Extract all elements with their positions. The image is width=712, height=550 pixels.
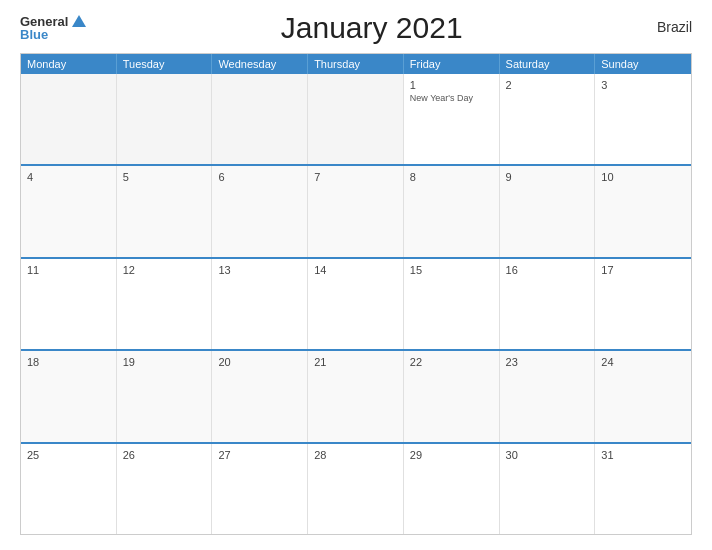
calendar-cell: 28 <box>308 444 404 534</box>
day-number: 31 <box>601 449 685 461</box>
header-day-tuesday: Tuesday <box>117 54 213 74</box>
calendar-cell: 10 <box>595 166 691 256</box>
day-number: 9 <box>506 171 589 183</box>
day-number: 8 <box>410 171 493 183</box>
logo-triangle-icon <box>72 15 86 27</box>
calendar-body: 1New Year's Day2345678910111213141516171… <box>21 74 691 534</box>
calendar-cell: 2 <box>500 74 596 164</box>
calendar-cell: 25 <box>21 444 117 534</box>
calendar-cell: 13 <box>212 259 308 349</box>
calendar-cell: 24 <box>595 351 691 441</box>
header-day-monday: Monday <box>21 54 117 74</box>
day-number: 7 <box>314 171 397 183</box>
header-day-thursday: Thursday <box>308 54 404 74</box>
header-day-sunday: Sunday <box>595 54 691 74</box>
day-number: 15 <box>410 264 493 276</box>
day-number: 4 <box>27 171 110 183</box>
calendar-header: MondayTuesdayWednesdayThursdayFridaySatu… <box>21 54 691 74</box>
day-number: 12 <box>123 264 206 276</box>
day-number: 2 <box>506 79 589 91</box>
calendar-page: General Blue January 2021 Brazil MondayT… <box>0 0 712 550</box>
page-header: General Blue January 2021 Brazil <box>20 15 692 45</box>
calendar-cell: 16 <box>500 259 596 349</box>
header-day-friday: Friday <box>404 54 500 74</box>
day-number: 16 <box>506 264 589 276</box>
country-label: Brazil <box>657 19 692 35</box>
calendar-cell: 3 <box>595 74 691 164</box>
day-number: 19 <box>123 356 206 368</box>
calendar-week-1: 1New Year's Day23 <box>21 74 691 164</box>
day-number: 1 <box>410 79 493 91</box>
calendar-cell: 6 <box>212 166 308 256</box>
day-number: 25 <box>27 449 110 461</box>
calendar-cell <box>117 74 213 164</box>
calendar-cell: 29 <box>404 444 500 534</box>
day-number: 14 <box>314 264 397 276</box>
calendar-cell: 21 <box>308 351 404 441</box>
day-number: 23 <box>506 356 589 368</box>
calendar-week-4: 18192021222324 <box>21 349 691 441</box>
day-number: 6 <box>218 171 301 183</box>
day-number: 27 <box>218 449 301 461</box>
calendar-cell: 4 <box>21 166 117 256</box>
calendar-cell: 19 <box>117 351 213 441</box>
calendar-week-2: 45678910 <box>21 164 691 256</box>
calendar-cell: 12 <box>117 259 213 349</box>
calendar-cell: 8 <box>404 166 500 256</box>
calendar-cell: 14 <box>308 259 404 349</box>
calendar-cell: 1New Year's Day <box>404 74 500 164</box>
header-day-saturday: Saturday <box>500 54 596 74</box>
day-number: 3 <box>601 79 685 91</box>
calendar-cell <box>308 74 404 164</box>
calendar-cell <box>212 74 308 164</box>
day-number: 29 <box>410 449 493 461</box>
day-number: 24 <box>601 356 685 368</box>
calendar-cell: 22 <box>404 351 500 441</box>
day-number: 5 <box>123 171 206 183</box>
day-number: 22 <box>410 356 493 368</box>
day-number: 20 <box>218 356 301 368</box>
calendar-cell: 9 <box>500 166 596 256</box>
day-number: 26 <box>123 449 206 461</box>
calendar-cell: 5 <box>117 166 213 256</box>
day-number: 10 <box>601 171 685 183</box>
day-number: 21 <box>314 356 397 368</box>
calendar-title: January 2021 <box>86 11 657 45</box>
calendar-week-3: 11121314151617 <box>21 257 691 349</box>
day-number: 11 <box>27 264 110 276</box>
day-number: 18 <box>27 356 110 368</box>
calendar-cell: 30 <box>500 444 596 534</box>
calendar-cell: 18 <box>21 351 117 441</box>
header-day-wednesday: Wednesday <box>212 54 308 74</box>
calendar-cell <box>21 74 117 164</box>
calendar-cell: 11 <box>21 259 117 349</box>
logo: General Blue <box>20 15 86 41</box>
day-number: 30 <box>506 449 589 461</box>
calendar-cell: 31 <box>595 444 691 534</box>
day-number: 13 <box>218 264 301 276</box>
holiday-label: New Year's Day <box>410 93 493 104</box>
calendar-cell: 20 <box>212 351 308 441</box>
calendar-cell: 26 <box>117 444 213 534</box>
logo-blue-text: Blue <box>20 28 48 41</box>
calendar-cell: 27 <box>212 444 308 534</box>
day-number: 28 <box>314 449 397 461</box>
calendar-cell: 23 <box>500 351 596 441</box>
calendar-cell: 17 <box>595 259 691 349</box>
day-number: 17 <box>601 264 685 276</box>
calendar-cell: 15 <box>404 259 500 349</box>
calendar-cell: 7 <box>308 166 404 256</box>
calendar-week-5: 25262728293031 <box>21 442 691 534</box>
calendar-grid: MondayTuesdayWednesdayThursdayFridaySatu… <box>20 53 692 535</box>
